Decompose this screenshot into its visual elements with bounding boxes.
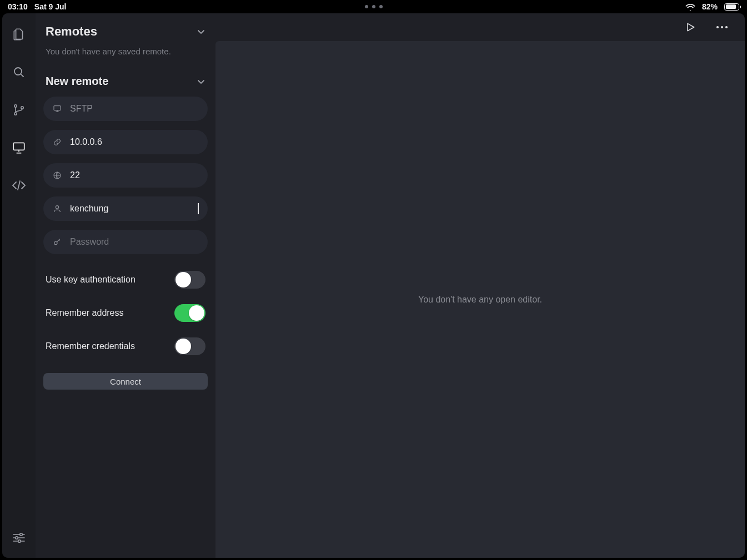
user-icon — [52, 204, 62, 213]
editor-toolbar — [215, 13, 745, 41]
svg-point-7 — [18, 540, 21, 543]
editor-body: You don't have any open editor. — [215, 41, 745, 558]
svg-point-13 — [721, 26, 723, 28]
text-cursor — [198, 203, 199, 214]
settings-sliders-icon[interactable] — [11, 530, 27, 546]
password-input[interactable] — [70, 237, 199, 247]
svg-point-3 — [21, 107, 23, 109]
username-field-wrap — [43, 196, 208, 221]
host-input[interactable] — [70, 137, 199, 147]
remotes-section-header[interactable]: Remotes — [43, 20, 208, 42]
globe-icon — [52, 171, 62, 180]
password-field-wrap — [43, 230, 208, 254]
toggle-remember-address-row: Remember address — [43, 296, 208, 330]
svg-point-1 — [14, 105, 17, 107]
battery-percent: 82% — [702, 2, 718, 11]
wifi-icon — [685, 3, 695, 11]
toggle-remember-address-label: Remember address — [46, 308, 124, 318]
run-icon[interactable] — [685, 22, 696, 33]
svg-rect-8 — [54, 106, 61, 110]
toggle-key-auth-row: Use key authentication — [43, 263, 208, 296]
svg-point-14 — [725, 26, 728, 28]
new-remote-section-header[interactable]: New remote — [43, 70, 208, 91]
remotes-empty-hint: You don't have any saved remote. — [43, 43, 208, 70]
svg-point-11 — [54, 241, 57, 244]
status-date: Sat 9 Jul — [34, 2, 67, 11]
toggle-remember-credentials[interactable] — [174, 337, 205, 355]
battery-icon — [724, 3, 739, 11]
svg-point-2 — [14, 113, 17, 115]
files-icon[interactable] — [11, 27, 27, 42]
connect-button[interactable]: Connect — [43, 373, 208, 390]
toggle-remember-credentials-label: Remember credentials — [46, 341, 135, 351]
host-field-wrap — [43, 130, 208, 154]
username-input[interactable] — [70, 204, 197, 214]
svg-point-10 — [56, 206, 58, 209]
toggle-remember-address[interactable] — [174, 304, 205, 322]
svg-point-5 — [20, 533, 23, 536]
toggle-key-auth-label: Use key authentication — [46, 275, 136, 285]
svg-point-0 — [14, 68, 22, 75]
activity-bar — [2, 13, 36, 558]
protocol-value: SFTP — [70, 104, 199, 114]
status-bar: 03:10 Sat 9 Jul 82% — [0, 0, 747, 13]
app-window: Remotes You don't have any saved remote.… — [2, 13, 745, 558]
port-input[interactable] — [70, 170, 199, 180]
toggle-remember-credentials-row: Remember credentials — [43, 330, 208, 363]
protocol-select[interactable]: SFTP — [43, 97, 208, 121]
more-icon[interactable] — [716, 26, 728, 29]
code-icon[interactable] — [11, 178, 27, 193]
svg-rect-4 — [13, 143, 24, 150]
status-time: 03:10 — [8, 2, 28, 11]
chevron-down-icon[interactable] — [197, 77, 205, 86]
key-icon — [52, 238, 62, 246]
link-icon — [52, 138, 62, 147]
svg-point-6 — [16, 537, 18, 539]
monitor-icon — [52, 104, 62, 113]
search-icon[interactable] — [11, 64, 27, 80]
branch-icon[interactable] — [11, 102, 27, 118]
remotes-title: Remotes — [46, 24, 97, 39]
multitask-dots[interactable] — [365, 5, 383, 8]
remotes-panel: Remotes You don't have any saved remote.… — [36, 13, 215, 558]
remote-icon[interactable] — [11, 140, 27, 155]
editor-empty-message: You don't have any open editor. — [418, 295, 542, 305]
connect-button-label: Connect — [110, 377, 141, 386]
svg-point-12 — [716, 26, 719, 28]
new-remote-title: New remote — [46, 75, 108, 88]
toggle-key-auth[interactable] — [174, 271, 205, 289]
battery-fill — [726, 4, 736, 9]
editor-region: You don't have any open editor. — [215, 13, 745, 558]
port-field-wrap — [43, 163, 208, 188]
chevron-down-icon[interactable] — [197, 27, 205, 36]
